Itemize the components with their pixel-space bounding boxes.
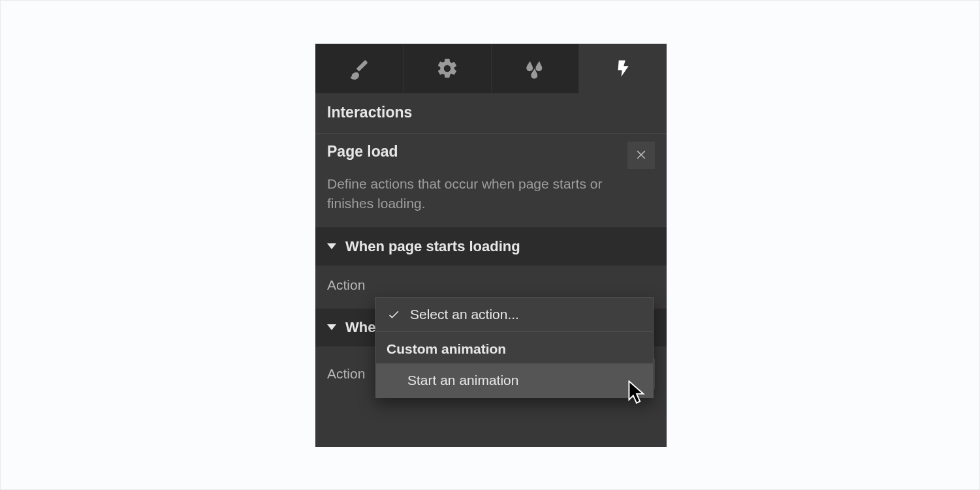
brush-icon (348, 57, 370, 80)
trigger-card: Page load Define actions that occur when… (315, 133, 667, 228)
check-icon (387, 308, 401, 321)
trigger-card-header: Page load (327, 143, 655, 169)
interactions-panel: Interactions Page load Define actions th… (315, 44, 667, 447)
panel-heading: Interactions (315, 93, 667, 133)
panel-tabs (315, 44, 667, 93)
tab-style[interactable] (315, 44, 403, 93)
app-window: Interactions Page load Define actions th… (0, 0, 980, 490)
caret-down-icon (327, 324, 336, 330)
gear-icon (435, 57, 459, 80)
caret-down-icon (327, 243, 336, 249)
dropdown-option-label: Start an animation (407, 373, 518, 388)
section-when-starts-loading[interactable]: When page starts loading (315, 228, 667, 266)
trigger-title: Page load (327, 143, 398, 161)
tab-settings[interactable] (403, 44, 492, 93)
dropdown-option-label: Select an action... (410, 307, 519, 322)
lightning-icon (613, 59, 633, 78)
close-trigger-button[interactable] (627, 142, 655, 169)
section-title: When page starts loading (345, 238, 520, 255)
tab-effects[interactable] (492, 44, 580, 93)
tab-interactions[interactable] (579, 44, 667, 93)
dropdown-option-start-animation[interactable]: Start an animation (376, 363, 653, 397)
action-label: Action (327, 366, 374, 382)
dropdown-group-heading: Custom animation (376, 331, 653, 363)
action-label: Action (327, 277, 374, 293)
close-icon (635, 147, 648, 163)
action-dropdown: Select an action... Custom animation Sta… (375, 297, 654, 398)
dropdown-option-placeholder[interactable]: Select an action... (376, 298, 653, 331)
trigger-description: Define actions that occur when page star… (327, 174, 614, 214)
droplets-icon (524, 57, 546, 80)
